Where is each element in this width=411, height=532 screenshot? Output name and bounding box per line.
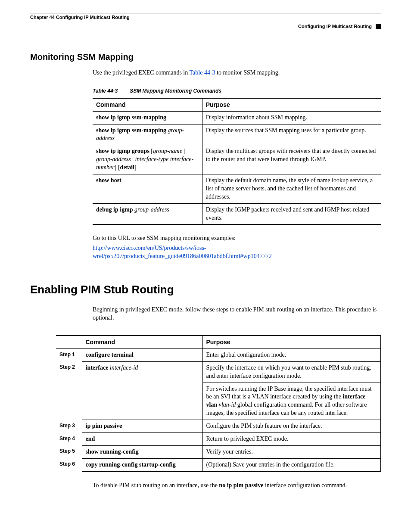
step-purpose: Specify the interface on which you want … bbox=[202, 361, 381, 383]
subheader-right: Configuring IP Multicast Routing bbox=[30, 23, 381, 30]
ssm-url-lead: Go to this URL to see SSM mapping monito… bbox=[93, 234, 381, 243]
step-row: Step 4endReturn to privileged EXEC mode. bbox=[56, 433, 381, 446]
chapter-label: Chapter 44 Configuring IP Multicast Rout… bbox=[30, 14, 130, 21]
ssm-intro: Use the privileged EXEC commands in Tabl… bbox=[93, 69, 381, 261]
step-row: Step 2interface interface-idSpecify the … bbox=[56, 361, 381, 383]
header-row: Chapter 44 Configuring IP Multicast Rout… bbox=[30, 14, 381, 21]
cmd-cell: show ip igmp ssm-mapping group-address bbox=[93, 124, 202, 145]
purpose-cell: Display the IGMP packets received and se… bbox=[202, 203, 381, 224]
purpose-cell: Display the sources that SSM mapping use… bbox=[202, 124, 381, 145]
cmd-cell: show ip igmp ssm-mapping bbox=[93, 111, 202, 124]
purpose-cell: Display the default domain name, the sty… bbox=[202, 174, 381, 204]
ssm-table: Command Purpose show ip igmp ssm-mapping… bbox=[93, 98, 381, 225]
step-purpose: (Optional) Save your entries in the conf… bbox=[202, 458, 381, 471]
step-label: Step 4 bbox=[56, 433, 82, 446]
step-cmd: end bbox=[82, 433, 202, 446]
purpose-cell: Display the multicast groups with receiv… bbox=[202, 145, 381, 174]
step-label: Step 1 bbox=[56, 348, 82, 361]
step-label: Step 3 bbox=[56, 420, 82, 433]
step-purpose: Return to privileged EXEC mode. bbox=[202, 433, 381, 446]
step-cmd: copy running-config startup-config bbox=[82, 458, 202, 471]
ssm-url-link[interactable]: http://www.cisco.com/en/US/products/sw/i… bbox=[93, 245, 272, 259]
table-row: show ip igmp ssm-mapping group-addressDi… bbox=[93, 124, 381, 145]
top-rule bbox=[30, 13, 381, 13]
step-cmd: interface interface-id bbox=[82, 361, 202, 420]
cmd-cell: debug ip igmp group-address bbox=[93, 203, 202, 224]
step-purpose: Enter global configuration mode. bbox=[202, 348, 381, 361]
step-purpose: Verify your entries. bbox=[202, 445, 381, 458]
step-cmd: ip pim passive bbox=[82, 420, 202, 433]
table-row: debug ip igmp group-addressDisplay the I… bbox=[93, 203, 381, 224]
step-label: Step 2 bbox=[56, 361, 82, 420]
table-row: show ip igmp ssm-mappingDisplay informat… bbox=[93, 111, 381, 124]
step-purpose: Configure the PIM stub feature on the in… bbox=[202, 420, 381, 433]
pim-heading: Enabling PIM Stub Routing bbox=[30, 282, 381, 297]
table-row: show ip igmp groups [group-name | group-… bbox=[93, 145, 381, 174]
pim-outro: To disable PIM stub routing on an interf… bbox=[93, 482, 381, 490]
step-row: Step 5show running-configVerify your ent… bbox=[56, 445, 381, 458]
step-row: Step 3ip pim passiveConfigure the PIM st… bbox=[56, 420, 381, 433]
ssm-heading: Monitoring SSM Mapping bbox=[30, 51, 381, 63]
th-purpose: Purpose bbox=[202, 98, 381, 111]
th-blank bbox=[56, 336, 82, 348]
th-command: Command bbox=[93, 98, 202, 111]
cmd-cell: show ip igmp groups [group-name | group-… bbox=[93, 145, 202, 174]
table-caption: Table 44-3SSM Mapping Monitoring Command… bbox=[93, 87, 381, 94]
cmd-cell: show host bbox=[93, 174, 202, 204]
step-purpose: For switches running the IP Base image, … bbox=[202, 383, 381, 420]
steps-table: Command Purpose Step 1configure terminal… bbox=[56, 335, 381, 472]
th-steps-purpose: Purpose bbox=[202, 336, 381, 348]
step-label: Step 5 bbox=[56, 445, 82, 458]
step-cmd: show running-config bbox=[82, 445, 202, 458]
pim-intro: Beginning in privileged EXEC mode, follo… bbox=[93, 306, 381, 322]
table-link[interactable]: Table 44-3 bbox=[189, 69, 215, 76]
step-label: Step 6 bbox=[56, 458, 82, 471]
purpose-cell: Display information about SSM mapping. bbox=[202, 111, 381, 124]
step-cmd: configure terminal bbox=[82, 348, 202, 361]
th-steps-command: Command bbox=[82, 336, 202, 348]
table-row: show hostDisplay the default domain name… bbox=[93, 174, 381, 204]
step-row: Step 6copy running-config startup-config… bbox=[56, 458, 381, 471]
step-row: Step 1configure terminalEnter global con… bbox=[56, 348, 381, 361]
